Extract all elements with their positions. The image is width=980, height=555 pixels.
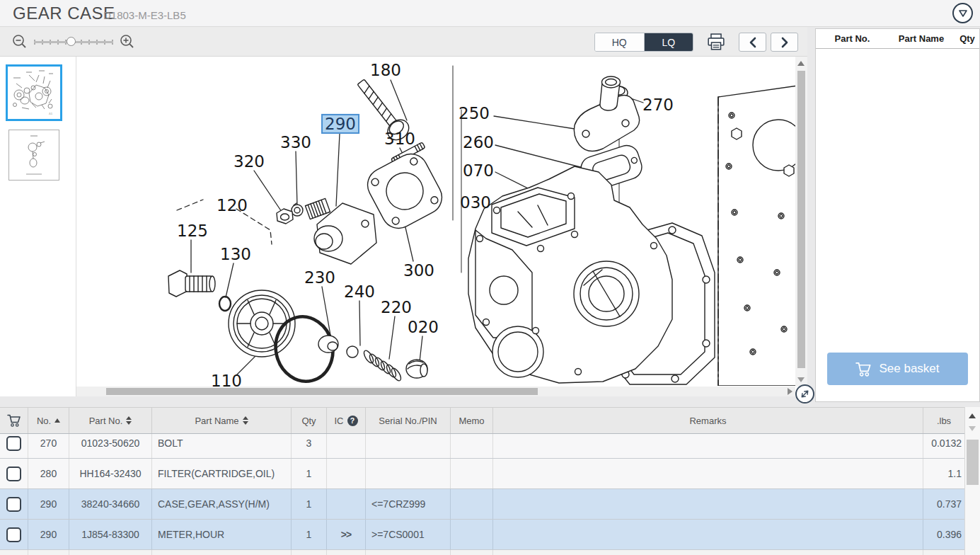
cell-part-no: 1J854-83300 [69, 520, 152, 549]
header-serial: Serial No./PIN [366, 408, 451, 433]
model-code: D1803-M-E3-LB5 [103, 9, 186, 21]
cell-serial: <=7CRZ999 [366, 489, 451, 519]
side-plate[interactable] [718, 86, 795, 386]
canvas-horizontal-scrollbar[interactable] [76, 387, 795, 396]
table-scroll-up-icon[interactable] [969, 413, 976, 418]
diagram-callout-070[interactable]: 070 [461, 162, 496, 179]
gear-case-body[interactable] [468, 166, 715, 384]
parts-catalog-screen: GEAR CASE D1803-M-E3-LB5 HQ LQ [0, 0, 980, 555]
part-220-spring[interactable] [362, 349, 403, 382]
diagram-callout-270[interactable]: 270 [640, 96, 676, 113]
cell-lbs: 0.0132 [923, 434, 964, 458]
table-row[interactable]: 290 38240-34660 CASE,GEAR,ASSY(H/M) 1 <=… [0, 489, 964, 520]
thumbnail-page-2[interactable] [8, 130, 59, 181]
cell-ic[interactable]: >> [327, 520, 366, 549]
cell-remarks [493, 520, 923, 549]
collapse-panel-button[interactable] [952, 3, 973, 23]
row-checkbox[interactable] [6, 497, 21, 512]
cell-part-no: HH164-32430 [69, 459, 152, 488]
cell-no: 270 [28, 434, 69, 458]
parts-table-body: 270 01023-50620 BOLT 3 0.0132 280 HH164-… [0, 434, 964, 555]
diagram-callout-030[interactable]: 030 [458, 194, 493, 211]
diagram-callout-260[interactable]: 260 [461, 134, 496, 151]
see-basket-button[interactable]: See basket [827, 353, 968, 385]
svg-text:A1: A1 [49, 112, 53, 115]
diagram-callout-300[interactable]: 300 [401, 262, 437, 279]
diagram-callout-320[interactable]: 320 [231, 153, 267, 170]
part-240-ball[interactable] [347, 346, 358, 357]
app-header: GEAR CASE D1803-M-E3-LB5 [0, 0, 980, 27]
header-part-name[interactable]: Part Name [152, 408, 292, 433]
header-no[interactable]: No. [28, 408, 69, 433]
part-125-plug[interactable] [168, 270, 215, 297]
zoom-slider-thumb[interactable] [67, 37, 76, 46]
table-scroll-thumb[interactable] [967, 440, 979, 485]
part-130-oring[interactable] [219, 297, 231, 311]
part-020-plug[interactable] [406, 360, 427, 378]
row-checkbox[interactable] [6, 467, 21, 481]
print-button[interactable] [706, 33, 726, 52]
diagram-canvas[interactable]: 1802502702600700303302903103201201251303… [76, 57, 795, 387]
diagram-callout-290[interactable]: 290 [321, 114, 359, 134]
part-330-washer[interactable] [292, 203, 303, 216]
thumbnail-page-1-selected[interactable]: A1 [6, 64, 62, 121]
see-basket-label: See basket [879, 362, 939, 376]
table-row[interactable]: 290 1J854-83300 METER,HOUR 1 >> >=7CS000… [0, 520, 964, 550]
cell-serial [366, 459, 451, 488]
zoom-out-icon[interactable] [11, 33, 28, 53]
cell-lbs: 1.1 [923, 459, 964, 488]
horizontal-scroll-thumb[interactable] [106, 388, 538, 395]
table-scrollbar[interactable] [964, 407, 980, 555]
diagram-callout-120[interactable]: 120 [214, 197, 250, 214]
table-scroll-down-icon[interactable] [969, 426, 976, 431]
cell-part-name: METER,HOUR [152, 520, 292, 549]
previous-page-button[interactable] [739, 33, 766, 52]
table-row[interactable]: 270 01023-50620 BOLT 3 0.0132 [0, 434, 964, 459]
part-230-cylinder[interactable] [318, 336, 338, 353]
printer-icon [707, 33, 725, 51]
diagram-callout-240[interactable]: 240 [342, 283, 377, 300]
part-320-nut[interactable] [277, 209, 293, 224]
cell-part-no: 01023-50620 [69, 434, 152, 458]
table-row[interactable]: 280 HH164-32430 FILTER(CARTRIDGE,OIL) 1 … [0, 459, 964, 489]
diagram-callout-220[interactable]: 220 [379, 299, 414, 316]
viewer-toolbar: HQ LQ [0, 27, 807, 57]
diagram-callout-125[interactable]: 125 [175, 222, 210, 239]
basket-header: Part No. Part Name Qty [816, 29, 979, 49]
canvas-vertical-scrollbar[interactable] [795, 57, 807, 387]
diagram-callout-180[interactable]: 180 [368, 62, 403, 79]
diagram-callout-330[interactable]: 330 [278, 134, 313, 151]
cell-remarks [493, 434, 923, 458]
diagram-callout-130[interactable]: 130 [218, 246, 253, 263]
thumbnail-column: A1 [0, 57, 76, 396]
scroll-up-icon[interactable] [797, 61, 805, 66]
help-icon[interactable]: ? [347, 416, 358, 426]
cell-part-name: FILTER(CARTRIDGE,OIL) [152, 459, 292, 488]
diagram-callout-020[interactable]: 020 [405, 319, 441, 336]
part-250-cover[interactable] [574, 76, 639, 151]
vertical-scroll-thumb[interactable] [797, 71, 805, 368]
diagram-callout-310[interactable]: 310 [382, 130, 417, 147]
quality-toggle: HQ LQ [594, 33, 693, 52]
zoom-in-icon[interactable] [119, 33, 136, 53]
diagram-callout-110[interactable]: 110 [209, 372, 244, 387]
cell-ic [327, 489, 366, 519]
basket-panel: Part No. Part Name Qty See basket [815, 28, 980, 402]
part-290-hour-meter[interactable] [305, 198, 376, 264]
cell-qty: 1 [292, 520, 327, 549]
diagram-callout-230[interactable]: 230 [302, 269, 338, 286]
diagram-callout-250[interactable]: 250 [456, 105, 492, 122]
cell-part-name: CASE,GEAR,ASSY(H/M) [152, 489, 292, 519]
lq-button[interactable]: LQ [645, 33, 693, 51]
scroll-right-icon[interactable] [788, 388, 792, 395]
sort-icon [126, 416, 132, 425]
next-page-button[interactable] [771, 33, 798, 52]
row-checkbox[interactable] [6, 436, 21, 451]
header-part-no[interactable]: Part No. [69, 408, 152, 433]
zoom-slider[interactable] [34, 39, 113, 45]
expand-diagram-button[interactable] [795, 384, 814, 404]
hq-button[interactable]: HQ [595, 33, 645, 51]
row-checkbox[interactable] [6, 527, 21, 542]
scroll-down-icon[interactable] [797, 377, 805, 382]
cell-qty: 3 [292, 434, 327, 458]
